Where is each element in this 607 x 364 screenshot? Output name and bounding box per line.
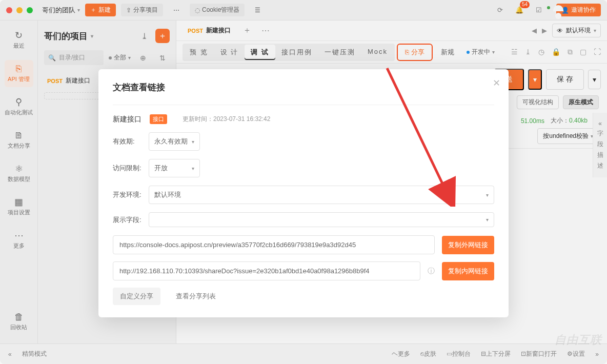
update-time: 更新时间：2023-07-31 16:32:42 <box>183 115 270 124</box>
access-select[interactable]: 开放 ▾ <box>149 159 200 177</box>
chevron-down-icon: ▾ <box>486 192 489 198</box>
access-value: 开放 <box>154 164 168 173</box>
private-url-input[interactable]: http://192.168.110.70:10393/shareDoc?iss… <box>113 261 420 280</box>
env-select[interactable]: 默认环境 ▾ <box>149 186 494 204</box>
public-url-input[interactable]: https://console-docs.apipost.cn/preview/… <box>113 235 435 254</box>
copy-private-button[interactable]: 复制内网链接 <box>442 262 494 280</box>
share-link-modal: ✕ 文档查看链接 新建接口 接口 更新时间：2023-07-31 16:32:4… <box>98 69 509 317</box>
fields-label: 展示字段: <box>113 215 144 225</box>
help-icon[interactable]: ⓘ <box>428 267 435 276</box>
custom-share-button[interactable]: 自定义分享 <box>113 288 160 305</box>
env-label: 开发环境: <box>113 190 144 199</box>
copy-public-button[interactable]: 复制外网链接 <box>442 236 494 254</box>
expire-value: 永久有效期 <box>154 137 188 146</box>
close-icon[interactable]: ✕ <box>493 77 500 89</box>
modal-api-name: 新建接口 <box>113 115 141 124</box>
chevron-down-icon: ▾ <box>192 139 194 145</box>
api-tag: 接口 <box>150 114 167 124</box>
chevron-down-icon: ▾ <box>192 166 194 171</box>
expire-select[interactable]: 永久有效期 ▾ <box>149 132 200 151</box>
env-value: 默认环境 <box>154 190 181 199</box>
view-share-list-button[interactable]: 查看分享列表 <box>169 288 223 305</box>
chevron-down-icon: ▾ <box>486 217 489 223</box>
access-label: 访问限制: <box>113 164 144 173</box>
divider <box>113 105 494 105</box>
fields-select[interactable]: ▾ <box>149 212 494 227</box>
modal-title: 文档查看链接 <box>113 82 494 93</box>
expire-label: 有效期: <box>113 137 144 146</box>
